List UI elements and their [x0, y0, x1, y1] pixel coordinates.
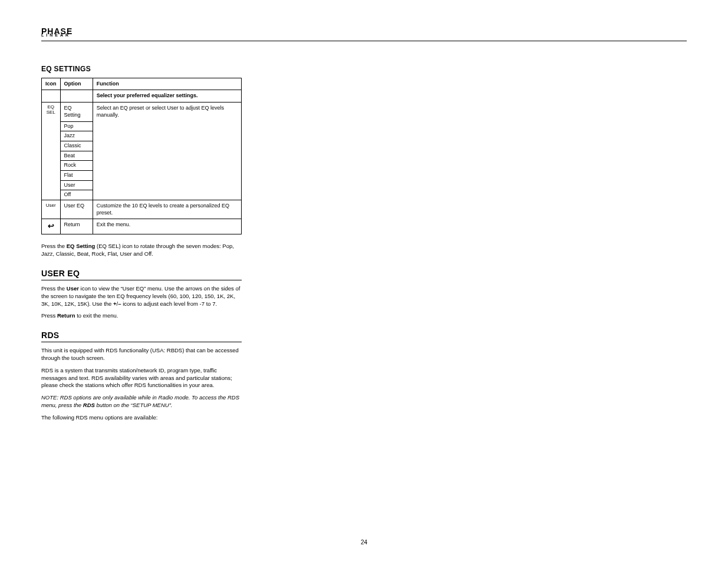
eq-sel-icon-l2: SEL [47, 110, 55, 115]
eq-settings-title: EQ SETTINGS [41, 65, 242, 73]
eq-opt: Classic [61, 141, 93, 151]
right-column [265, 65, 687, 427]
eq-opt: Pop [61, 122, 93, 132]
col-icon: Icon [42, 78, 61, 90]
eq-sel-icon-cell: EQ SEL [42, 103, 61, 200]
table-row: User User EQ Customize the 10 EQ levels … [42, 200, 242, 219]
rds-p4: The following RDS menu options are avail… [41, 414, 242, 422]
rds-heading: RDS [41, 330, 242, 342]
brand-logo: PHASE LINEAR [41, 28, 687, 41]
eq-opt: Jazz [61, 131, 93, 141]
eq-opt: Off [61, 190, 93, 200]
return-func-cell: Exit the menu. [93, 219, 241, 234]
return-icon: ↩ [48, 222, 54, 232]
return-icon-cell: ↩ [42, 219, 61, 234]
eq-sel-icon-l1: EQ [47, 104, 54, 110]
eq-option-cell: EQ Setting Pop Jazz Classic Beat Rock Fl… [60, 103, 93, 200]
eq-settings-table: Icon Option Function Select your preferr… [41, 78, 242, 235]
page-number: 24 [361, 539, 367, 546]
user-icon-cell: User [42, 200, 61, 219]
eq-opt: Flat [61, 171, 93, 181]
rds-p1: This unit is equipped with RDS functiona… [41, 347, 242, 362]
user-option-cell: User EQ [60, 200, 93, 219]
blank-icon [42, 90, 61, 103]
rds-p2: RDS is a system that transmits station/n… [41, 367, 242, 389]
eq-setting-body: Press the EQ Setting (EQ SEL) icon to ro… [41, 243, 242, 258]
eq-opt: Beat [61, 151, 93, 161]
blank-option [60, 90, 93, 103]
eq-opt: Rock [61, 161, 93, 171]
table-header-row: Icon Option Function [42, 78, 242, 90]
two-column-layout: EQ SETTINGS Icon Option Function Select … [41, 65, 687, 427]
user-eq-p2: Press Return to exit the menu. [41, 312, 242, 320]
table-row: ↩ Return Exit the menu. [42, 219, 242, 234]
table-subheader-row: Select your preferred equalizer settings… [42, 90, 242, 103]
eq-opt: User [61, 181, 93, 191]
return-option-cell: Return [60, 219, 93, 234]
user-func-cell: Customize the 10 EQ levels to create a p… [93, 200, 241, 219]
col-option: Option [60, 78, 93, 90]
rds-p3: NOTE: RDS options are only available whi… [41, 394, 242, 409]
eq-func-cell: Select an EQ preset or select User to ad… [93, 103, 241, 200]
table-row: EQ SEL EQ Setting Pop Jazz Classic Beat … [42, 103, 242, 200]
user-eq-p1: Press the User icon to view the “User EQ… [41, 285, 242, 308]
user-eq-heading: USER EQ [41, 269, 242, 280]
left-column: EQ SETTINGS Icon Option Function Select … [41, 65, 242, 427]
eq-setting-label: EQ Setting [61, 103, 93, 121]
blank-func: Select your preferred equalizer settings… [93, 90, 241, 103]
col-function: Function [93, 78, 241, 90]
logo-line2: LINEAR [41, 34, 687, 37]
